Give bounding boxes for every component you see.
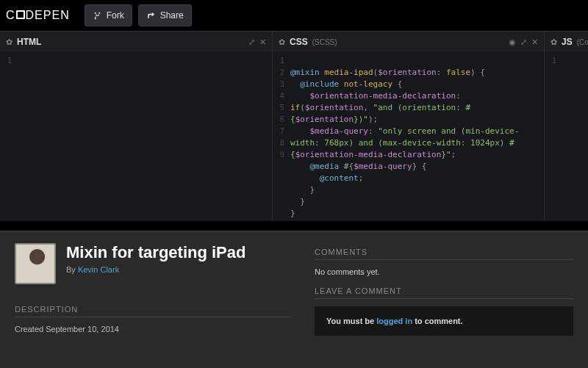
by-prefix: By: [66, 265, 78, 274]
css-panel-label: CSS: [290, 37, 308, 47]
fork-button[interactable]: Fork: [85, 4, 132, 26]
js-panel-sublabel: (Coffee: [577, 38, 588, 46]
login-required-box: You must be logged in to comment.: [315, 306, 573, 336]
expand-icon[interactable]: ⤢: [248, 37, 255, 47]
js-panel: ✿ JS (Coffee 1: [544, 32, 588, 221]
leave-comment-label: LEAVE A COMMENT: [315, 286, 573, 299]
details-left: Mixin for targeting iPad By Kevin Clark …: [0, 231, 306, 368]
comments-block: COMMENTS No comments yet.: [315, 248, 573, 286]
pen-title: Mixin for targeting iPad: [66, 243, 245, 262]
expand-icon[interactable]: ⤢: [520, 37, 527, 47]
description-label: DESCRIPTION: [15, 305, 291, 317]
logo-text-right: DEPEN: [26, 9, 70, 22]
fork-icon: [93, 11, 102, 21]
html-panel-label: HTML: [17, 37, 41, 47]
codepen-logo: CDEPEN: [6, 9, 70, 22]
html-editor[interactable]: 1: [0, 52, 272, 221]
css-panel-header: ✿ CSS (SCSS) ◉ ⤢ ✕: [273, 32, 544, 52]
gear-icon[interactable]: ✿: [551, 37, 557, 47]
eye-icon[interactable]: ◉: [509, 37, 516, 47]
js-editor[interactable]: 1: [545, 52, 588, 221]
logo-text-left: C: [6, 9, 15, 22]
fork-button-label: Fork: [107, 10, 124, 21]
comments-empty-text: No comments yet.: [315, 260, 573, 286]
preview-area: [0, 222, 588, 231]
collapse-icon[interactable]: ✕: [259, 37, 266, 47]
share-button-label: Share: [160, 10, 184, 21]
login-text-after: to comment.: [412, 317, 462, 325]
details-section: Mixin for targeting iPad By Kevin Clark …: [0, 231, 588, 368]
css-panel: ✿ CSS (SCSS) ◉ ⤢ ✕ 123456789 @mixin medi…: [272, 32, 544, 221]
byline: By Kevin Clark: [66, 265, 245, 274]
logo-square-icon: [16, 10, 25, 19]
js-panel-header: ✿ JS (Coffee: [545, 32, 588, 52]
login-text-before: You must be: [326, 317, 376, 325]
css-code[interactable]: @mixin media-ipad($orientation: false) {…: [287, 52, 544, 221]
html-panel: ✿ HTML ⤢ ✕ 1: [0, 32, 272, 221]
html-panel-header: ✿ HTML ⤢ ✕: [0, 32, 272, 52]
author-link[interactable]: Kevin Clark: [78, 265, 119, 274]
css-editor[interactable]: 123456789 @mixin media-ipad($orientation…: [273, 52, 544, 221]
top-bar: CDEPEN Fork Share: [0, 0, 588, 31]
leave-comment-block: LEAVE A COMMENT You must be logged in to…: [315, 286, 573, 346]
collapse-icon[interactable]: ✕: [531, 37, 538, 47]
share-button[interactable]: Share: [138, 4, 192, 26]
gear-icon[interactable]: ✿: [6, 37, 12, 47]
avatar[interactable]: [15, 243, 56, 284]
js-panel-label: JS: [562, 37, 573, 47]
details-right: COMMENTS No comments yet. LEAVE A COMMEN…: [306, 231, 588, 368]
css-panel-sublabel: (SCSS): [312, 38, 337, 46]
gear-icon[interactable]: ✿: [279, 37, 285, 47]
description-text: Created September 10, 2014: [15, 325, 291, 333]
logged-in-link[interactable]: logged in: [376, 317, 412, 325]
editor-panels: ✿ HTML ⤢ ✕ 1 ✿ CSS (SCSS) ◉ ⤢ ✕ 12345678…: [0, 31, 588, 222]
share-icon: [146, 11, 156, 21]
comments-label: COMMENTS: [315, 248, 573, 260]
